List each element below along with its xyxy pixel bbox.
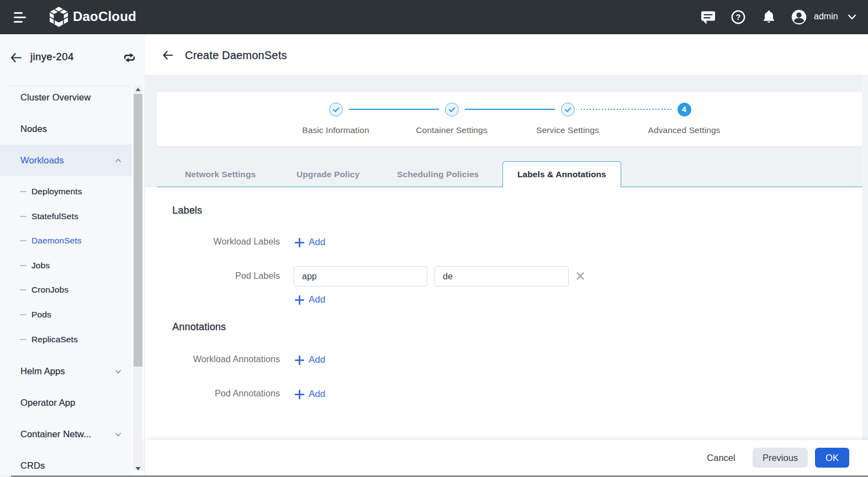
svg-text:?: ? [736,13,741,22]
